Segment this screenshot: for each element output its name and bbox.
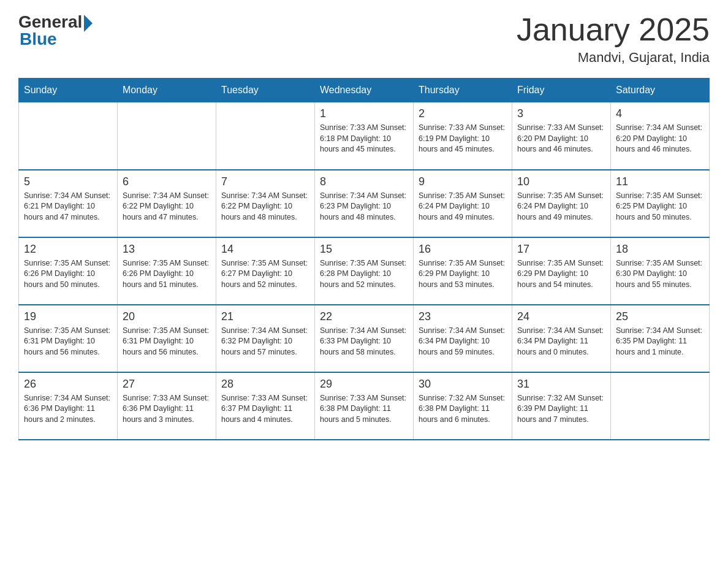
week-row-3: 12Sunrise: 7:35 AM Sunset: 6:26 PM Dayli… — [19, 237, 710, 305]
header-sunday: Sunday — [19, 79, 118, 102]
week-row-2: 5Sunrise: 7:34 AM Sunset: 6:21 PM Daylig… — [19, 170, 710, 237]
day-number: 16 — [419, 243, 507, 256]
day-number: 21 — [221, 310, 309, 323]
calendar-cell: 6Sunrise: 7:34 AM Sunset: 6:22 PM Daylig… — [118, 170, 216, 237]
calendar-cell — [19, 102, 118, 170]
day-number: 30 — [419, 378, 507, 391]
day-number: 29 — [320, 378, 408, 391]
day-number: 26 — [24, 378, 112, 391]
calendar-cell: 21Sunrise: 7:34 AM Sunset: 6:32 PM Dayli… — [216, 305, 315, 372]
day-info: Sunrise: 7:35 AM Sunset: 6:24 PM Dayligh… — [419, 191, 507, 223]
day-info: Sunrise: 7:34 AM Sunset: 6:36 PM Dayligh… — [24, 393, 112, 426]
day-info: Sunrise: 7:34 AM Sunset: 6:20 PM Dayligh… — [616, 123, 704, 155]
day-info: Sunrise: 7:33 AM Sunset: 6:20 PM Dayligh… — [517, 123, 605, 155]
title-area: January 2025 Mandvi, Gujarat, India — [517, 12, 710, 66]
day-number: 25 — [616, 310, 704, 323]
day-info: Sunrise: 7:35 AM Sunset: 6:30 PM Dayligh… — [616, 258, 704, 291]
calendar-cell: 2Sunrise: 7:33 AM Sunset: 6:19 PM Daylig… — [414, 102, 512, 170]
calendar-cell: 9Sunrise: 7:35 AM Sunset: 6:24 PM Daylig… — [414, 170, 512, 237]
day-info: Sunrise: 7:35 AM Sunset: 6:31 PM Dayligh… — [24, 326, 112, 358]
week-row-1: 1Sunrise: 7:33 AM Sunset: 6:18 PM Daylig… — [19, 102, 710, 170]
day-number: 20 — [123, 310, 211, 323]
day-number: 13 — [123, 243, 211, 256]
calendar-cell: 25Sunrise: 7:34 AM Sunset: 6:35 PM Dayli… — [611, 305, 710, 372]
day-info: Sunrise: 7:33 AM Sunset: 6:38 PM Dayligh… — [320, 393, 408, 426]
calendar-cell: 28Sunrise: 7:33 AM Sunset: 6:37 PM Dayli… — [216, 372, 315, 440]
day-info: Sunrise: 7:33 AM Sunset: 6:37 PM Dayligh… — [221, 393, 309, 426]
calendar-cell: 4Sunrise: 7:34 AM Sunset: 6:20 PM Daylig… — [611, 102, 710, 170]
day-number: 17 — [517, 243, 605, 256]
logo-arrow-icon — [84, 15, 93, 32]
day-info: Sunrise: 7:35 AM Sunset: 6:24 PM Dayligh… — [517, 191, 605, 223]
header-saturday: Saturday — [611, 79, 710, 102]
month-title: January 2025 — [517, 12, 710, 47]
day-number: 31 — [517, 378, 605, 391]
day-number: 28 — [221, 378, 309, 391]
day-info: Sunrise: 7:35 AM Sunset: 6:29 PM Dayligh… — [517, 258, 605, 291]
day-info: Sunrise: 7:34 AM Sunset: 6:33 PM Dayligh… — [320, 326, 408, 358]
day-number: 15 — [320, 243, 408, 256]
header-wednesday: Wednesday — [315, 79, 414, 102]
day-number: 2 — [419, 107, 507, 120]
calendar-cell: 13Sunrise: 7:35 AM Sunset: 6:26 PM Dayli… — [118, 237, 216, 305]
calendar-cell: 24Sunrise: 7:34 AM Sunset: 6:34 PM Dayli… — [512, 305, 611, 372]
calendar-cell: 15Sunrise: 7:35 AM Sunset: 6:28 PM Dayli… — [315, 237, 414, 305]
calendar-cell: 27Sunrise: 7:33 AM Sunset: 6:36 PM Dayli… — [118, 372, 216, 440]
day-number: 5 — [24, 175, 112, 188]
day-number: 11 — [616, 175, 704, 188]
day-number: 8 — [320, 175, 408, 188]
calendar-cell: 12Sunrise: 7:35 AM Sunset: 6:26 PM Dayli… — [19, 237, 118, 305]
calendar-cell: 11Sunrise: 7:35 AM Sunset: 6:25 PM Dayli… — [611, 170, 710, 237]
day-info: Sunrise: 7:35 AM Sunset: 6:28 PM Dayligh… — [320, 258, 408, 291]
day-info: Sunrise: 7:32 AM Sunset: 6:38 PM Dayligh… — [419, 393, 507, 426]
calendar-cell — [118, 102, 216, 170]
header-thursday: Thursday — [414, 79, 512, 102]
day-info: Sunrise: 7:35 AM Sunset: 6:29 PM Dayligh… — [419, 258, 507, 291]
page-header: General Blue January 2025 Mandvi, Gujara… — [18, 12, 710, 66]
calendar-cell: 3Sunrise: 7:33 AM Sunset: 6:20 PM Daylig… — [512, 102, 611, 170]
day-info: Sunrise: 7:32 AM Sunset: 6:39 PM Dayligh… — [517, 393, 605, 426]
week-row-5: 26Sunrise: 7:34 AM Sunset: 6:36 PM Dayli… — [19, 372, 710, 440]
calendar-cell: 19Sunrise: 7:35 AM Sunset: 6:31 PM Dayli… — [19, 305, 118, 372]
day-number: 24 — [517, 310, 605, 323]
calendar-cell: 29Sunrise: 7:33 AM Sunset: 6:38 PM Dayli… — [315, 372, 414, 440]
calendar-cell: 10Sunrise: 7:35 AM Sunset: 6:24 PM Dayli… — [512, 170, 611, 237]
day-info: Sunrise: 7:33 AM Sunset: 6:19 PM Dayligh… — [419, 123, 507, 155]
calendar-header: SundayMondayTuesdayWednesdayThursdayFrid… — [19, 79, 710, 102]
calendar-cell — [216, 102, 315, 170]
day-number: 4 — [616, 107, 704, 120]
day-number: 14 — [221, 243, 309, 256]
calendar-cell: 17Sunrise: 7:35 AM Sunset: 6:29 PM Dayli… — [512, 237, 611, 305]
day-info: Sunrise: 7:35 AM Sunset: 6:25 PM Dayligh… — [616, 191, 704, 223]
day-number: 9 — [419, 175, 507, 188]
calendar-cell: 14Sunrise: 7:35 AM Sunset: 6:27 PM Dayli… — [216, 237, 315, 305]
day-number: 10 — [517, 175, 605, 188]
week-row-4: 19Sunrise: 7:35 AM Sunset: 6:31 PM Dayli… — [19, 305, 710, 372]
day-number: 18 — [616, 243, 704, 256]
calendar-body: 1Sunrise: 7:33 AM Sunset: 6:18 PM Daylig… — [19, 102, 710, 440]
calendar-cell: 26Sunrise: 7:34 AM Sunset: 6:36 PM Dayli… — [19, 372, 118, 440]
day-number: 3 — [517, 107, 605, 120]
day-info: Sunrise: 7:35 AM Sunset: 6:31 PM Dayligh… — [123, 326, 211, 358]
calendar-cell: 23Sunrise: 7:34 AM Sunset: 6:34 PM Dayli… — [414, 305, 512, 372]
day-number: 22 — [320, 310, 408, 323]
day-number: 23 — [419, 310, 507, 323]
calendar-cell: 5Sunrise: 7:34 AM Sunset: 6:21 PM Daylig… — [19, 170, 118, 237]
day-info: Sunrise: 7:35 AM Sunset: 6:27 PM Dayligh… — [221, 258, 309, 291]
day-number: 19 — [24, 310, 112, 323]
calendar-cell: 1Sunrise: 7:33 AM Sunset: 6:18 PM Daylig… — [315, 102, 414, 170]
calendar-cell: 7Sunrise: 7:34 AM Sunset: 6:22 PM Daylig… — [216, 170, 315, 237]
calendar-cell: 22Sunrise: 7:34 AM Sunset: 6:33 PM Dayli… — [315, 305, 414, 372]
calendar-cell: 18Sunrise: 7:35 AM Sunset: 6:30 PM Dayli… — [611, 237, 710, 305]
day-info: Sunrise: 7:35 AM Sunset: 6:26 PM Dayligh… — [24, 258, 112, 291]
day-info: Sunrise: 7:33 AM Sunset: 6:18 PM Dayligh… — [320, 123, 408, 155]
day-number: 1 — [320, 107, 408, 120]
day-number: 6 — [123, 175, 211, 188]
calendar-cell — [611, 372, 710, 440]
calendar-cell: 20Sunrise: 7:35 AM Sunset: 6:31 PM Dayli… — [118, 305, 216, 372]
day-info: Sunrise: 7:34 AM Sunset: 6:22 PM Dayligh… — [123, 191, 211, 223]
header-tuesday: Tuesday — [216, 79, 315, 102]
day-info: Sunrise: 7:34 AM Sunset: 6:22 PM Dayligh… — [221, 191, 309, 223]
logo-blue-text: Blue — [20, 29, 57, 49]
calendar-cell: 16Sunrise: 7:35 AM Sunset: 6:29 PM Dayli… — [414, 237, 512, 305]
